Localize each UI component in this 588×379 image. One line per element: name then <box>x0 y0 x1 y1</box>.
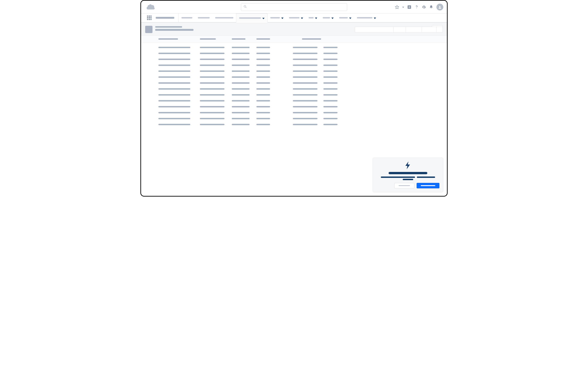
cell-placeholder <box>232 70 250 72</box>
cell-placeholder <box>158 124 190 125</box>
global-search-container <box>241 3 347 11</box>
nav-tab[interactable] <box>195 14 212 22</box>
cell-placeholder <box>293 53 317 54</box>
cell-placeholder <box>200 64 225 66</box>
nav-tab[interactable] <box>268 14 286 22</box>
notifications-button[interactable] <box>429 5 433 9</box>
nav-tabs <box>179 14 379 22</box>
popup-title <box>389 172 427 174</box>
cell-placeholder <box>256 47 270 48</box>
cell-placeholder <box>158 94 190 95</box>
salesforce-logo <box>146 3 155 11</box>
cell-placeholder <box>293 112 317 113</box>
cell-placeholder <box>158 47 190 48</box>
list-column-headers <box>141 36 447 43</box>
svg-marker-2 <box>395 5 399 9</box>
column-header[interactable] <box>256 38 270 40</box>
cell-placeholder <box>200 59 225 60</box>
cell-placeholder <box>256 100 270 101</box>
popup-primary-button[interactable] <box>417 183 439 188</box>
column-header[interactable] <box>158 38 178 40</box>
cell-placeholder <box>323 70 338 72</box>
cell-placeholder <box>158 82 190 84</box>
chevron-down-icon <box>301 16 303 20</box>
cell-placeholder <box>323 100 338 101</box>
cell-placeholder <box>158 106 190 107</box>
cell-placeholder <box>293 106 317 107</box>
cell-placeholder <box>232 53 250 54</box>
cell-placeholder <box>200 76 225 78</box>
walkthrough-popup <box>373 158 443 192</box>
header-action-segment[interactable] <box>437 27 443 33</box>
record-title <box>155 29 194 31</box>
svg-point-0 <box>244 5 246 7</box>
chevron-down-icon <box>315 16 317 20</box>
header-action-segment[interactable] <box>406 27 422 33</box>
cell-placeholder <box>232 106 250 107</box>
cell-placeholder <box>323 94 338 95</box>
cell-placeholder <box>293 47 317 48</box>
cell-placeholder <box>232 47 250 48</box>
header-action-segment[interactable] <box>355 27 393 33</box>
nav-tab[interactable] <box>179 14 195 22</box>
global-add-button[interactable] <box>407 5 411 9</box>
cell-placeholder <box>232 88 250 90</box>
cell-placeholder <box>293 59 317 60</box>
cell-placeholder <box>200 94 225 95</box>
nav-tab-label <box>309 17 314 18</box>
svg-line-1 <box>246 7 246 8</box>
cell-placeholder <box>158 118 190 119</box>
chevron-down-icon <box>349 16 351 20</box>
global-search-input[interactable] <box>241 3 347 11</box>
column-header[interactable] <box>302 38 321 40</box>
nav-tab[interactable] <box>336 14 354 22</box>
nav-tab[interactable] <box>306 14 320 22</box>
cell-placeholder <box>200 100 225 101</box>
app-launcher-button[interactable] <box>145 14 154 22</box>
cell-placeholder <box>232 59 250 60</box>
cell-placeholder <box>256 112 270 113</box>
cell-placeholder <box>232 118 250 119</box>
cell-placeholder <box>200 106 225 107</box>
cell-placeholder <box>158 59 190 60</box>
cell-placeholder <box>293 76 317 78</box>
data-column <box>200 47 225 125</box>
header-action-segment[interactable] <box>393 27 406 33</box>
nav-tab[interactable] <box>320 14 336 22</box>
cell-placeholder <box>323 106 338 107</box>
nav-tab[interactable] <box>354 14 379 22</box>
nav-tab-label <box>181 17 192 18</box>
global-actions <box>395 4 443 11</box>
user-avatar[interactable] <box>437 4 443 11</box>
cell-placeholder <box>323 124 338 125</box>
cell-placeholder <box>256 82 270 84</box>
cell-placeholder <box>293 124 317 125</box>
cell-placeholder <box>158 76 190 78</box>
header-action-segment[interactable] <box>422 27 437 33</box>
record-subtitle <box>155 26 182 28</box>
nav-tab[interactable] <box>286 14 306 22</box>
cell-placeholder <box>293 118 317 119</box>
cell-placeholder <box>158 88 190 90</box>
chevron-down-icon <box>331 16 334 20</box>
cell-placeholder <box>200 118 225 119</box>
cell-placeholder <box>232 82 250 84</box>
cell-placeholder <box>323 118 338 119</box>
column-header[interactable] <box>200 38 216 40</box>
help-button[interactable] <box>415 5 419 9</box>
favorites-button[interactable] <box>395 5 399 9</box>
nav-tab[interactable] <box>212 14 236 22</box>
column-header[interactable] <box>232 38 245 40</box>
nav-tab[interactable] <box>236 14 268 23</box>
data-column <box>256 47 270 125</box>
cell-placeholder <box>256 70 270 72</box>
popup-secondary-button[interactable] <box>394 183 414 188</box>
cell-placeholder <box>200 82 225 84</box>
cell-placeholder <box>323 76 338 78</box>
chevron-down-icon <box>262 16 265 20</box>
setup-button[interactable] <box>422 5 426 9</box>
list-view-grid <box>141 43 447 125</box>
cell-placeholder <box>323 47 338 48</box>
svg-point-4 <box>416 8 417 8</box>
data-column <box>158 47 190 125</box>
